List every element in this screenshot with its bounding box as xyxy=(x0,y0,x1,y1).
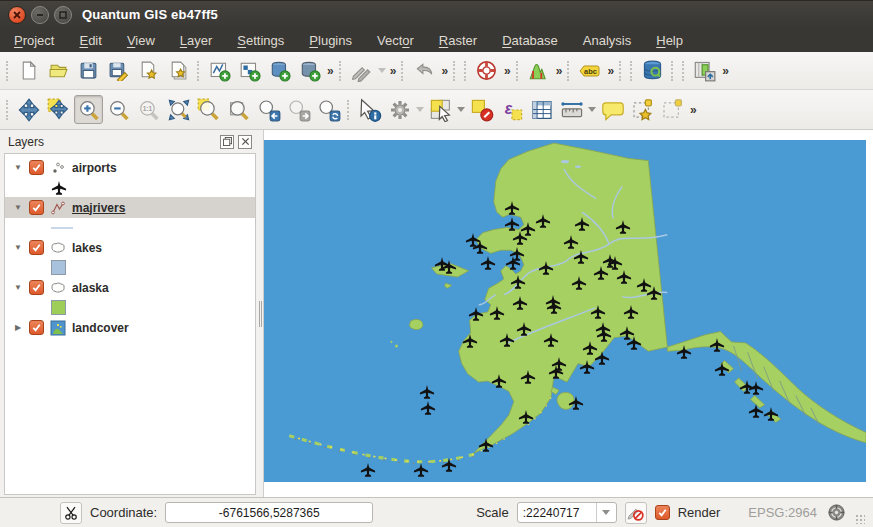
composer-export-button[interactable] xyxy=(690,56,719,85)
add-raster-layer-button[interactable] xyxy=(235,56,264,85)
toolbar-drag-handle[interactable] xyxy=(619,61,623,81)
pan-map-button[interactable] xyxy=(14,95,43,124)
close-button[interactable] xyxy=(8,6,26,24)
panel-float-button[interactable] xyxy=(220,135,234,149)
stop-rendering-button[interactable] xyxy=(625,502,647,524)
actions-dropdown-caret[interactable] xyxy=(416,107,424,112)
layer-name[interactable]: landcover xyxy=(72,321,129,335)
extents-toggle-button[interactable] xyxy=(60,502,82,524)
layer-row-majrivers[interactable]: ▼majrivers xyxy=(5,197,255,218)
zoom-last-button[interactable] xyxy=(254,95,283,124)
zoom-to-selection-button[interactable] xyxy=(194,95,223,124)
toolbar-drag-handle[interactable] xyxy=(671,61,675,81)
measure-dropdown-caret[interactable] xyxy=(588,107,596,112)
menu-view[interactable]: View xyxy=(127,33,155,48)
toolbar-drag-handle[interactable] xyxy=(630,61,634,81)
help-contents-button[interactable] xyxy=(472,56,501,85)
layer-visibility-checkbox[interactable] xyxy=(29,320,44,335)
expander-icon[interactable]: ▶ xyxy=(13,323,23,332)
expander-icon[interactable]: ▼ xyxy=(13,163,23,172)
zoom-full-button[interactable] xyxy=(164,95,193,124)
menu-layer[interactable]: Layer xyxy=(180,33,213,48)
map-canvas[interactable] xyxy=(263,130,873,497)
select-by-expression-button[interactable]: ε xyxy=(497,95,526,124)
layer-row-landcover[interactable]: ▶landcover xyxy=(5,317,255,338)
window-resize-grip[interactable] xyxy=(855,514,865,524)
layer-row-airports[interactable]: ▼airports xyxy=(5,157,255,178)
toolbar-overflow[interactable]: » xyxy=(439,64,449,78)
toolbar-overflow[interactable]: » xyxy=(502,64,512,78)
zoom-out-button[interactable] xyxy=(104,95,133,124)
menu-database[interactable]: Database xyxy=(502,33,558,48)
panel-close-button[interactable] xyxy=(238,135,252,149)
menu-vector[interactable]: Vector xyxy=(377,33,414,48)
layer-visibility-checkbox[interactable] xyxy=(29,200,44,215)
layer-name[interactable]: majrivers xyxy=(72,201,125,215)
refresh-button[interactable] xyxy=(314,95,343,124)
toolbar-drag-handle[interactable] xyxy=(516,61,520,81)
show-bookmarks-button[interactable] xyxy=(658,95,687,124)
layer-visibility-checkbox[interactable] xyxy=(29,240,44,255)
composer-manager-button[interactable] xyxy=(164,56,193,85)
toolbar-drag-handle[interactable] xyxy=(347,100,351,120)
toolbar-drag-handle[interactable] xyxy=(464,61,468,81)
open-attribute-table-button[interactable] xyxy=(527,95,556,124)
menu-edit[interactable]: Edit xyxy=(79,33,101,48)
layer-name[interactable]: lakes xyxy=(72,241,102,255)
layer-name[interactable]: airports xyxy=(72,161,117,175)
pan-to-selection-button[interactable] xyxy=(44,95,73,124)
deselect-features-button[interactable] xyxy=(467,95,496,124)
layer-name[interactable]: alaska xyxy=(72,281,109,295)
scale-combo[interactable]: :22240717 xyxy=(517,502,617,523)
select-features-button[interactable] xyxy=(426,95,455,124)
select-dropdown-caret[interactable] xyxy=(457,107,465,112)
add-vector-layer-button[interactable] xyxy=(205,56,234,85)
expander-icon[interactable]: ▼ xyxy=(13,283,23,292)
digitizing-dropdown-caret[interactable] xyxy=(378,68,386,73)
layer-visibility-checkbox[interactable] xyxy=(29,280,44,295)
run-actions-button[interactable] xyxy=(385,95,414,124)
menu-plugins[interactable]: Plugins xyxy=(309,33,352,48)
raster-histogram-button[interactable] xyxy=(524,56,553,85)
toolbar-overflow[interactable]: » xyxy=(688,103,698,117)
toolbar-drag-handle[interactable] xyxy=(339,61,343,81)
toolbar-drag-handle[interactable] xyxy=(6,61,10,81)
coordinate-input[interactable]: -6761566,5287365 xyxy=(165,502,373,523)
save-project-button[interactable] xyxy=(74,56,103,85)
toolbar-drag-handle[interactable] xyxy=(567,61,571,81)
menu-project[interactable]: Project xyxy=(14,33,54,48)
toolbar-drag-handle[interactable] xyxy=(682,61,686,81)
toolbar-drag-handle[interactable] xyxy=(401,61,405,81)
zoom-next-button[interactable] xyxy=(284,95,313,124)
map-tips-button[interactable] xyxy=(598,95,627,124)
expander-icon[interactable]: ▼ xyxy=(13,243,23,252)
zoom-in-button[interactable] xyxy=(74,95,103,124)
add-spatialite-layer-button[interactable] xyxy=(295,56,324,85)
toolbar-drag-handle[interactable] xyxy=(453,61,457,81)
add-postgis-layer-button[interactable] xyxy=(265,56,294,85)
toolbar-drag-handle[interactable] xyxy=(197,61,201,81)
toolbar-overflow[interactable]: » xyxy=(605,64,615,78)
new-project-button[interactable] xyxy=(14,56,43,85)
expander-icon[interactable]: ▼ xyxy=(13,203,23,212)
menu-help[interactable]: Help xyxy=(656,33,683,48)
identify-button[interactable] xyxy=(355,95,384,124)
save-project-as-button[interactable] xyxy=(104,56,133,85)
menu-settings[interactable]: Settings xyxy=(237,33,284,48)
layer-visibility-checkbox[interactable] xyxy=(29,160,44,175)
toolbar-drag-handle[interactable] xyxy=(6,100,10,120)
maximize-button[interactable] xyxy=(54,6,72,24)
zoom-to-layer-button[interactable] xyxy=(224,95,253,124)
new-print-composer-button[interactable] xyxy=(134,56,163,85)
toolbar-overflow[interactable]: » xyxy=(554,64,564,78)
db-manager-button[interactable] xyxy=(638,56,667,85)
labeling-button[interactable]: abc xyxy=(575,56,604,85)
render-checkbox[interactable] xyxy=(655,505,670,520)
minimize-button[interactable] xyxy=(31,6,49,24)
layer-row-alaska[interactable]: ▼alaska xyxy=(5,277,255,298)
zoom-actual-button[interactable]: 1:1 xyxy=(134,95,163,124)
measure-button[interactable] xyxy=(557,95,586,124)
menu-raster[interactable]: Raster xyxy=(439,33,477,48)
toolbar-overflow[interactable]: » xyxy=(325,64,335,78)
layer-row-lakes[interactable]: ▼lakes xyxy=(5,237,255,258)
